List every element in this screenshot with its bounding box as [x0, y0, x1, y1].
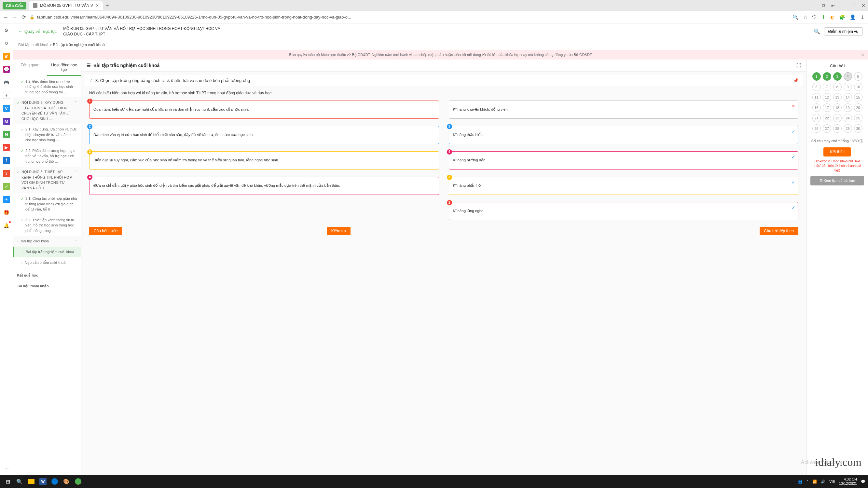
coccoc-icon[interactable]: ◐ — [830, 14, 835, 20]
right-option-5[interactable]: 1✓Kĩ năng lắng nghe — [449, 202, 799, 220]
gift-icon[interactable]: 🎁 — [3, 209, 10, 216]
q-nav-30[interactable]: 30 — [854, 124, 863, 133]
crown-icon[interactable]: ♛ — [3, 53, 10, 60]
nav-item[interactable]: ✓3.1. Công tác phối hợp giữa nhà trường … — [13, 193, 81, 215]
q-nav-8[interactable]: 8 — [833, 83, 842, 91]
prev-question-button[interactable]: Câu hỏi trước — [89, 227, 122, 235]
nav-section[interactable]: ✓NỘI DUNG 2: XÂY DỰNG, LỰA CHỌN VÀ THỰC … — [13, 97, 81, 124]
tiki-icon[interactable]: tiki — [3, 196, 10, 203]
q-nav-13[interactable]: 13 — [833, 93, 842, 101]
q-nav-9[interactable]: 9 — [844, 83, 852, 91]
nav-section[interactable]: ✓NỘI DUNG 3: THIẾT LẬP KÊNH THÔNG TIN, P… — [13, 167, 81, 193]
left-option-1[interactable]: 1Quan tâm, hiểu sự kiện, suy nghĩ của họ… — [89, 100, 439, 119]
extensions-icon[interactable]: 🧩 — [839, 14, 845, 20]
left-option-2[interactable]: 2Đặt mình vào vị trí của học sinh để hiể… — [89, 126, 439, 144]
v-app-icon[interactable]: V — [3, 105, 10, 112]
nav-item[interactable]: ✓2.1. Xây dựng, lựa chọn và thực hiện ch… — [13, 124, 81, 145]
right-option-4[interactable]: 3✓Kĩ năng phản hồi — [449, 177, 799, 195]
browser-tab[interactable]: MÔ ĐUN 05 GVPT: TƯ VẤN V ✕ — [29, 1, 103, 10]
profile-icon[interactable]: 👤 — [850, 14, 856, 20]
maximize-icon[interactable]: ☐ — [851, 3, 856, 8]
q-nav-20[interactable]: 20 — [854, 103, 863, 112]
pin-icon[interactable]: 📌 — [793, 78, 798, 83]
q-nav-1[interactable]: 1 — [812, 72, 821, 81]
shield-icon[interactable]: 🛡 — [812, 14, 817, 20]
q-nav-23[interactable]: 23 — [833, 114, 842, 122]
tab-overview[interactable]: Tổng quan — [13, 60, 47, 76]
q-nav-5[interactable]: 5 — [854, 72, 863, 81]
q-nav-26[interactable]: 26 — [812, 124, 821, 133]
nav-section[interactable]: ○Bài tập cuối khoá⌃ — [13, 236, 81, 247]
q-nav-17[interactable]: 17 — [823, 103, 831, 112]
download-icon[interactable]: ⬇ — [822, 14, 826, 20]
pip-icon[interactable]: ⧉ — [822, 3, 825, 8]
nav-item[interactable]: ○Nộp sản phẩm cuối khoá — [13, 257, 81, 268]
q-nav-10[interactable]: 10 — [854, 83, 863, 91]
q-nav-29[interactable]: 29 — [844, 124, 852, 133]
warning-close-icon[interactable]: ✕ — [861, 53, 864, 57]
facebook-icon[interactable]: f — [3, 157, 10, 164]
minimize-icon[interactable]: — — [841, 3, 845, 8]
close-icon[interactable]: ✕ — [862, 3, 865, 8]
new-tab-button[interactable]: + — [105, 2, 109, 9]
q-nav-24[interactable]: 24 — [844, 114, 852, 122]
right-option-1[interactable]: ✕Kĩ năng khuyến khích, động viên — [449, 100, 799, 119]
q-nav-27[interactable]: 27 — [823, 124, 831, 133]
q-nav-3[interactable]: 3 — [833, 72, 842, 81]
restore-icon[interactable]: ⇤ — [831, 3, 835, 8]
q-nav-12[interactable]: 12 — [823, 93, 831, 101]
history-button[interactable]: ☰ Xem lịch sử bài làm — [810, 176, 864, 186]
finish-button[interactable]: Kết thúc — [824, 148, 851, 157]
q-nav-15[interactable]: 15 — [854, 93, 863, 101]
back-to-toc-link[interactable]: ← Quay về mục lục — [18, 29, 57, 34]
q-nav-7[interactable]: 7 — [823, 83, 831, 91]
nav-item[interactable]: ✓1.2. Đặc điểm tâm sinh lí và những khó … — [13, 76, 81, 98]
history-icon[interactable]: ↺ — [3, 40, 10, 47]
add-icon[interactable]: + — [3, 92, 10, 99]
q-nav-6[interactable]: 6 — [812, 83, 821, 91]
breadcrumb-item[interactable]: Bài tập cuối khoá — [18, 43, 49, 47]
more-icon[interactable]: ⋯ — [3, 464, 10, 472]
gamepad-icon[interactable]: 🎮 — [3, 79, 10, 86]
nav-item-current[interactable]: ○Bài tập trắc nghiệm cuối khoá — [13, 247, 81, 257]
breadcrumb-item[interactable]: Bài tập trắc nghiệm cuối khoá — [53, 43, 104, 47]
n-app-icon[interactable]: N — [3, 131, 10, 138]
messenger-icon[interactable]: 💬 — [3, 66, 10, 73]
nav-item[interactable]: ✓2.2. Phân tích trường hợp thực tiễn về … — [13, 145, 81, 167]
q-nav-28[interactable]: 28 — [833, 124, 842, 133]
green-app-icon[interactable]: ✓ — [3, 183, 10, 190]
nav-item[interactable]: Kết quả học — [13, 268, 81, 281]
q-nav-2[interactable]: 2 — [823, 72, 831, 81]
q-nav-4[interactable]: 4 — [844, 72, 852, 81]
shopee-icon[interactable]: S — [3, 170, 10, 177]
nav-item[interactable]: Tài liệu tham khảo — [13, 281, 81, 292]
zoom-icon[interactable]: 🔍 — [793, 14, 799, 20]
back-button[interactable]: ← — [3, 14, 8, 20]
q-nav-11[interactable]: 11 — [812, 93, 821, 101]
left-option-4[interactable]: 4Đưa ra chỉ dẫn, gợi ý giúp học sinh đối… — [89, 177, 439, 195]
reload-button[interactable]: ⟳ — [22, 14, 26, 20]
q-nav-22[interactable]: 22 — [823, 114, 831, 122]
download2-icon[interactable]: ⤓ — [861, 14, 865, 20]
bell-icon[interactable]: 🔔 — [3, 222, 10, 229]
next-question-button[interactable]: Câu hỏi tiếp theo — [760, 227, 798, 235]
right-option-2[interactable]: 2✓Kĩ năng thấu hiểu — [449, 126, 799, 144]
q-nav-25[interactable]: 25 — [854, 114, 863, 122]
expand-icon[interactable]: ⛶ — [797, 63, 801, 68]
m-app-icon[interactable]: M — [3, 118, 10, 125]
youtube-icon[interactable]: ▶ — [3, 144, 10, 151]
q-nav-19[interactable]: 19 — [844, 103, 852, 112]
tab-close-icon[interactable]: ✕ — [96, 3, 99, 8]
q-nav-14[interactable]: 14 — [844, 93, 852, 101]
check-button[interactable]: Kiểm tra — [327, 227, 350, 235]
right-option-3[interactable]: 4✓Kĩ năng hướng dẫn — [449, 151, 799, 169]
tab-activities[interactable]: Hoạt động học tập — [47, 60, 81, 76]
url-box[interactable]: 🔒 taphuan.csdl.edu.vn/learn/learn/864846… — [30, 14, 788, 20]
search-icon[interactable]: 🔍 — [814, 28, 820, 34]
nav-item[interactable]: ✓3.2. Thiết lập kênh thông tin tư vấn, h… — [13, 215, 81, 236]
left-option-3[interactable]: 3Diễn đạt lại suy nghĩ, cảm xúc của học … — [89, 151, 439, 169]
q-nav-21[interactable]: 21 — [812, 114, 821, 122]
q-nav-18[interactable]: 18 — [833, 103, 842, 112]
settings-icon[interactable]: ⚙ — [3, 27, 10, 34]
star-icon[interactable]: ☆ — [803, 14, 807, 20]
